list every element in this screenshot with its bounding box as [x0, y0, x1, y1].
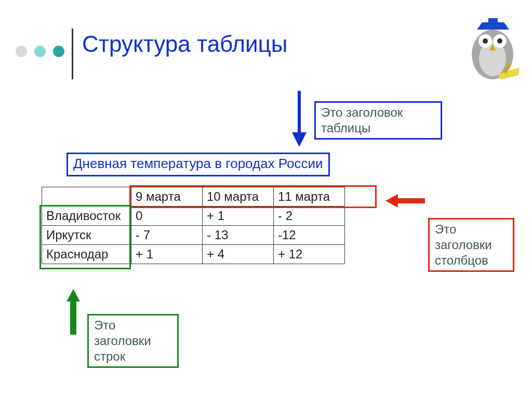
svg-point-7 — [497, 38, 502, 44]
arrow-left-icon — [384, 193, 425, 209]
table-row: 9 марта 10 марта 11 марта — [42, 187, 345, 207]
row-header: Владивосток — [42, 207, 131, 226]
caption-row-headers: Это заголовки строк — [87, 314, 179, 368]
row-header: Иркутск — [42, 226, 131, 245]
vertical-divider — [72, 29, 73, 79]
svg-rect-1 — [488, 18, 498, 23]
table-title: Дневная температура в городах России — [66, 153, 330, 176]
svg-marker-0 — [477, 22, 509, 30]
svg-point-6 — [483, 38, 488, 44]
table-cell: + 4 — [203, 245, 274, 264]
table-row: Иркутск - 7 - 13 -12 — [42, 226, 345, 245]
caption-column-headers: Это заголовки столбцов — [428, 218, 514, 272]
table-cell: + 1 — [131, 245, 203, 264]
dot-icon — [34, 46, 46, 57]
table-cell — [42, 187, 131, 207]
svg-marker-12 — [292, 132, 307, 147]
table-row: Владивосток 0 + 1 - 2 — [42, 207, 345, 226]
svg-marker-14 — [385, 194, 398, 208]
table-cell: 0 — [131, 207, 203, 226]
table-row: Краснодар + 1 + 4 + 12 — [42, 245, 345, 264]
table-cell: - 2 — [274, 207, 345, 226]
row-header: Краснодар — [42, 245, 131, 264]
dot-icon — [16, 46, 27, 57]
table-cell: - 7 — [131, 226, 203, 245]
table-cell: + 12 — [274, 245, 345, 264]
dot-icon — [53, 46, 64, 57]
svg-marker-16 — [66, 289, 80, 301]
caption-table-title: Это заголовок таблицы — [314, 101, 442, 140]
column-header: 9 марта — [131, 187, 203, 207]
arrow-up-icon — [65, 288, 81, 335]
table-cell: - 13 — [203, 226, 274, 245]
arrow-down-icon — [289, 91, 310, 149]
column-header: 11 марта — [274, 187, 345, 207]
data-table: 9 марта 10 марта 11 марта Владивосток 0 … — [42, 187, 345, 264]
page-title: Структура таблицы — [82, 31, 287, 57]
owl-icon — [461, 18, 524, 86]
column-header: 10 марта — [203, 187, 274, 207]
table-cell: -12 — [274, 226, 345, 245]
table-cell: + 1 — [203, 207, 274, 226]
decorative-dots — [16, 46, 64, 57]
